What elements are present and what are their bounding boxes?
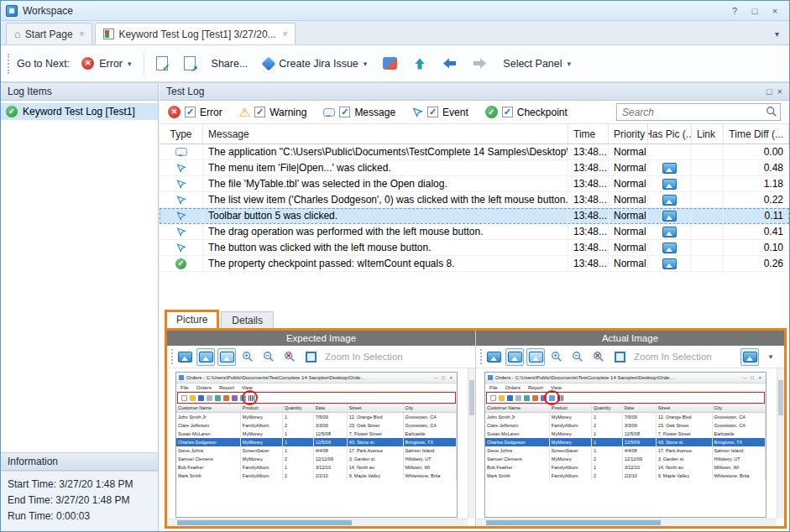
zoom-out-button[interactable]	[259, 348, 278, 366]
save-results-button[interactable]	[180, 53, 200, 74]
filter-message[interactable]: Message	[323, 107, 395, 118]
tab-close-icon[interactable]: ×	[80, 29, 85, 39]
panel-maximize-icon[interactable]: □	[766, 86, 772, 96]
chevron-down-icon: ▾	[364, 60, 368, 68]
zoom-reset-button[interactable]	[280, 348, 299, 366]
zoom-out-icon	[572, 351, 583, 362]
toolbar-grip[interactable]	[480, 349, 482, 364]
column-time[interactable]: Time	[568, 124, 609, 143]
maximize-button[interactable]: □	[746, 3, 764, 18]
picture-badge	[662, 243, 677, 253]
document-tab-bar: ⌂ Start Page × Keyword Test Log [Test1] …	[1, 21, 789, 45]
close-button[interactable]: ×	[766, 3, 784, 18]
expected-vertical-scrollbar[interactable]	[468, 368, 475, 519]
zoom-fit-button[interactable]	[301, 348, 320, 366]
actual-horizontal-scrollbar[interactable]	[476, 519, 777, 526]
start-time: Start Time: 3/27/20 1:48 PM	[8, 477, 151, 493]
zoom-in-button[interactable]	[238, 348, 257, 366]
zoom-in-selection-label: Zoom In Selection	[634, 352, 712, 362]
checkpoint-checkbox[interactable]	[502, 107, 513, 117]
create-jira-issue-button[interactable]: Create Jira Issue ▾	[259, 55, 371, 73]
help-button[interactable]: ?	[725, 3, 744, 18]
tab-label: Start Page	[25, 29, 73, 40]
log-row[interactable]: The application "C:\Users\Public\Documen…	[160, 144, 789, 160]
actual-image-canvas[interactable]: Orders - C:\Users\Public\Documents\TestC…	[476, 368, 784, 526]
column-priority[interactable]: Priority	[609, 124, 648, 143]
expected-image-canvas[interactable]: Orders - C:\Users\Public\Documents\TestC…	[167, 368, 475, 526]
filter-error[interactable]: Error	[168, 106, 222, 118]
log-row[interactable]: The list view item ('Charles Dodgeson', …	[160, 192, 789, 208]
tab-close-icon[interactable]: ×	[283, 29, 288, 39]
select-tool-button[interactable]	[217, 348, 236, 366]
column-message[interactable]: Message	[203, 124, 568, 143]
orders-row: Steve JohnsScreenSaver14/4/0817, Park Av…	[176, 446, 457, 455]
jira-issues-button[interactable]	[379, 54, 401, 73]
previous-button[interactable]	[438, 54, 461, 73]
orders-row: Charles DodgesonMyMoney112/5/0943, Stone…	[176, 438, 457, 446]
column-time-diff[interactable]: Time Diff (...	[724, 124, 789, 143]
select-tool-button[interactable]	[526, 348, 545, 366]
log-row[interactable]: The file 'MyTable.tbl' was selected in t…	[160, 176, 789, 192]
orders-row: Susan McLarenMyMoney112/5/087, Flower St…	[485, 430, 766, 438]
export-results-button[interactable]	[152, 53, 172, 74]
view-mode-button[interactable]	[740, 348, 759, 366]
tab-picture[interactable]: Picture	[165, 310, 219, 328]
tab-list-chevron-icon[interactable]: ▾	[770, 29, 784, 39]
view-mode-dropdown[interactable]: ▾	[761, 348, 780, 366]
mini-window-controls: – □ ×	[434, 375, 454, 380]
orders-app-icon	[488, 375, 493, 380]
share-button[interactable]: Share...	[207, 55, 253, 73]
pan-tool-button[interactable]	[196, 348, 215, 366]
tab-start-page[interactable]: ⌂ Start Page ×	[6, 23, 92, 44]
log-row[interactable]: The property checkpoint passed: wItemCou…	[160, 256, 789, 272]
tab-keyword-test-log[interactable]: Keyword Test Log [Test1] 3/27/20... ×	[95, 23, 296, 44]
warning-checkbox[interactable]	[254, 107, 265, 117]
next-button[interactable]	[468, 54, 491, 73]
column-has-picture[interactable]: Has Pic (...	[648, 124, 692, 143]
column-link[interactable]: Link	[692, 124, 724, 143]
event-checkbox[interactable]	[427, 107, 438, 117]
select-panel-button[interactable]: Select Panel ▾	[499, 55, 575, 73]
filter-checkpoint[interactable]: Checkpoint	[485, 106, 568, 118]
actual-toolbar: Zoom In Selection ▾	[476, 346, 784, 368]
copy-image-button[interactable]	[484, 348, 503, 366]
go-to-next-error-button[interactable]: Error ▾	[77, 54, 135, 73]
log-row[interactable]: The menu item 'File|Open...' was clicked…	[160, 160, 789, 176]
log-table-header: Type Message Time Priority Has Pic (... …	[160, 124, 789, 144]
tab-details[interactable]: Details	[221, 311, 274, 328]
log-item-keyword-test-log[interactable]: Keyword Test Log [Test1]	[1, 103, 158, 120]
actual-vertical-scrollbar[interactable]	[777, 368, 784, 519]
home-icon: ⌂	[14, 29, 21, 39]
passed-check-icon	[6, 106, 18, 117]
zoom-out-button[interactable]	[568, 348, 587, 366]
zoom-fit-button[interactable]	[610, 348, 629, 366]
app-icon	[6, 5, 18, 17]
chevron-down-icon: ▾	[769, 352, 773, 361]
orders-row: Mark SmithFamilyAlbum22/2/109, Maple Val…	[485, 472, 766, 480]
picture-badge	[662, 227, 677, 237]
pan-tool-button[interactable]	[505, 348, 524, 366]
filter-event[interactable]: Event	[412, 107, 468, 118]
log-row[interactable]: The button was clicked with the left mou…	[160, 240, 789, 256]
zoom-in-icon	[551, 351, 562, 362]
zoom-reset-button[interactable]	[589, 348, 608, 366]
toolbar-grip[interactable]	[171, 349, 173, 364]
copy-image-button[interactable]	[175, 348, 194, 366]
right-arrow-icon	[473, 57, 487, 70]
expected-horizontal-scrollbar[interactable]	[167, 519, 468, 526]
zoom-in-button[interactable]	[547, 348, 566, 366]
event-icon	[176, 195, 186, 205]
error-checkbox[interactable]	[185, 107, 196, 117]
log-row[interactable]: The drag operation was performed with th…	[160, 224, 789, 240]
upload-button[interactable]	[409, 54, 431, 74]
message-checkbox[interactable]	[339, 107, 350, 117]
orders-menu-bar: File Orders Report View	[176, 383, 457, 392]
panel-close-icon[interactable]: ×	[777, 86, 782, 96]
orders-row: Bob FeatherFamilyAlbum13/12/1014, North …	[176, 463, 457, 472]
search-input[interactable]	[616, 103, 781, 121]
log-row-selected[interactable]: Toolbar button 5 was clicked. 13:48... N…	[160, 208, 789, 224]
toolbar-grip[interactable]	[8, 54, 9, 74]
workspace-window: Workspace ? □ × ⌂ Start Page × Keyword T…	[0, 0, 790, 532]
filter-warning[interactable]: ⚠ Warning	[239, 106, 307, 118]
column-type[interactable]: Type	[160, 124, 203, 143]
